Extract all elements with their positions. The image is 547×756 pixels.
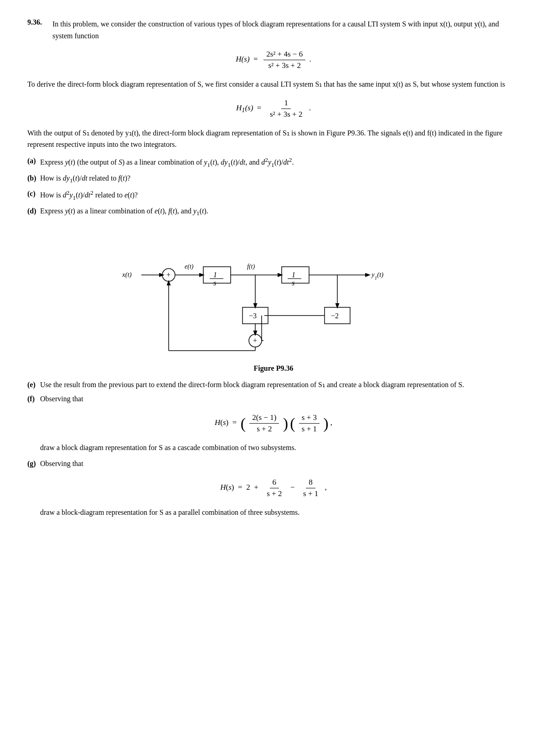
- Hg-frac2: 8 s + 1: [300, 478, 321, 498]
- part-g: (g) Observing that: [27, 458, 520, 470]
- part-f-content: Observing that: [40, 393, 520, 405]
- diagram-svg: x(t) + e(t) 1 s f(t) 1 s: [114, 228, 433, 355]
- problem-header: 9.36. In this problem, we consider the c…: [27, 18, 520, 41]
- part-e: (e) Use the result from the previous par…: [27, 379, 520, 391]
- part-a-content: Express y(t) (the output of S) as a line…: [40, 155, 520, 170]
- part-e-content: Use the result from the previous part to…: [40, 379, 520, 391]
- Hs-equation: H(s) = 2s² + 4s − 6 s² + 3s + 2 .: [27, 50, 520, 70]
- y1t-label: y1(t): [371, 271, 383, 280]
- Hs-fraction: 2s² + 4s − 6 s² + 3s + 2: [263, 50, 305, 70]
- Hg-frac1-numer: 6: [270, 478, 279, 488]
- neg3-label: −3: [249, 312, 257, 320]
- Hs-denom: s² + 3s + 2: [265, 60, 304, 70]
- integrator-1-s: s: [213, 279, 216, 287]
- lparen1: (: [241, 414, 246, 431]
- integrator-1-label: 1: [213, 271, 217, 279]
- Hg-frac2-denom: s + 1: [300, 488, 321, 498]
- part-b-label: (b): [27, 172, 40, 184]
- part-d: (d) Express y(t) as a linear combination…: [27, 205, 520, 218]
- Hf-frac1-denom: s + 2: [254, 424, 274, 434]
- Hf-frac2-numer: s + 3: [299, 413, 320, 424]
- Hf-frac2: s + 3 s + 1: [299, 413, 320, 434]
- part-a-label: (a): [27, 155, 40, 167]
- neg2-label: −2: [331, 312, 339, 320]
- integrator-2-box: [282, 267, 309, 283]
- problem-container: 9.36. In this problem, we consider the c…: [27, 18, 520, 518]
- paragraph-3: With the output of S₁ denoted by y₁(t), …: [27, 127, 520, 150]
- Hf-equation: H(s) = ( 2(s − 1) s + 2 ) ( s + 3 s + 1 …: [27, 413, 520, 434]
- Hf-frac1: 2(s − 1) s + 2: [249, 413, 279, 434]
- part-c-label: (c): [27, 188, 40, 200]
- integrator-2-label: 1: [292, 271, 295, 279]
- part-c: (c) How is d2y1(t)/dt2 related to e(t)?: [27, 188, 520, 202]
- integrator-1-box: [203, 267, 231, 283]
- ft-label: f(t): [247, 263, 255, 270]
- xt-label: x(t): [122, 271, 132, 279]
- sum2-plus: +: [253, 337, 257, 344]
- et-label: e(t): [185, 263, 194, 270]
- part-f-label: (f): [27, 393, 40, 405]
- Hf-frac1-numer: 2(s − 1): [249, 413, 279, 424]
- rparen1: ): [283, 414, 288, 431]
- problem-number: 9.36.: [27, 18, 52, 26]
- part-c-content: How is d2y1(t)/dt2 related to e(t)?: [40, 188, 520, 202]
- H1s-label: H1(s): [236, 104, 253, 112]
- Hf-frac2-denom: s + 1: [299, 424, 320, 434]
- Hf-label: H: [215, 418, 220, 427]
- lparen2: (: [290, 414, 295, 431]
- part-a: (a) Express y(t) (the output of S) as a …: [27, 155, 520, 170]
- Hg-equation: H(s) = 2 + 6 s + 2 − 8 s + 1 ,: [27, 478, 520, 498]
- part-b: (b) How is dy1(t)/dt related to f(t)?: [27, 172, 520, 186]
- Hg-frac2-numer: 8: [306, 478, 315, 488]
- Hg-const: 2: [246, 483, 250, 492]
- Hs-label: H(s): [236, 55, 249, 64]
- part-g-content: Observing that: [40, 458, 520, 470]
- H1s-equation: H1(s) = 1 s² + 3s + 2 .: [27, 98, 520, 119]
- part-d-label: (d): [27, 205, 40, 217]
- H1s-numer: 1: [281, 98, 291, 109]
- part-b-content: How is dy1(t)/dt related to f(t)?: [40, 172, 520, 186]
- H1s-denom: s² + 3s + 2: [267, 109, 305, 119]
- Hs-numer: 2s² + 4s − 6: [263, 50, 305, 60]
- H1s-fraction: 1 s² + 3s + 2: [267, 98, 305, 119]
- part-f2: draw a block diagram representation for …: [40, 442, 520, 454]
- Hg-frac1-denom: s + 2: [264, 488, 284, 498]
- integrator-2-s: s: [292, 279, 294, 287]
- block-diagram: x(t) + e(t) 1 s f(t) 1 s: [114, 228, 433, 355]
- figure-caption: Figure P9.36: [27, 364, 520, 373]
- sum1-plus: +: [166, 271, 170, 279]
- part-g2: draw a block-diagram representation for …: [40, 507, 520, 518]
- Hg-label: H: [220, 483, 226, 492]
- problem-intro: In this problem, we consider the constru…: [52, 18, 520, 41]
- part-e-label: (e): [27, 379, 40, 391]
- rparen2: ): [323, 414, 328, 431]
- part-f: (f) Observing that: [27, 393, 520, 405]
- part-d-content: Express y(t) as a linear combination of …: [40, 205, 520, 218]
- part-g-label: (g): [27, 458, 40, 470]
- Hg-frac1: 6 s + 2: [264, 478, 284, 498]
- paragraph-2: To derive the direct-form block diagram …: [27, 78, 520, 90]
